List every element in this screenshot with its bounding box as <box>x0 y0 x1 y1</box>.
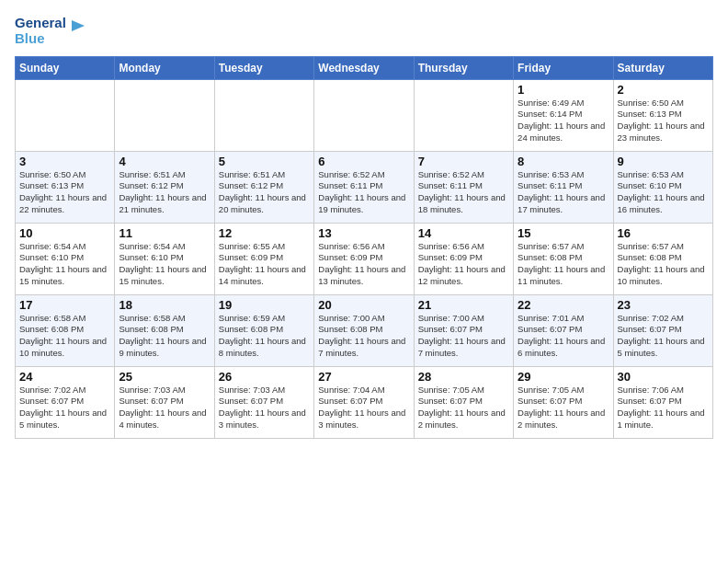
day-info: Sunrise: 6:56 AM Sunset: 6:09 PM Dayligh… <box>418 241 509 288</box>
calendar-cell: 27Sunrise: 7:04 AM Sunset: 6:07 PM Dayli… <box>314 366 414 438</box>
day-number: 3 <box>19 155 110 168</box>
day-info: Sunrise: 6:50 AM Sunset: 6:13 PM Dayligh… <box>618 98 709 144</box>
day-info: Sunrise: 7:00 AM Sunset: 6:07 PM Dayligh… <box>418 313 509 360</box>
day-info: Sunrise: 6:58 AM Sunset: 6:08 PM Dayligh… <box>19 313 110 360</box>
calendar-cell: 16Sunrise: 6:57 AM Sunset: 6:08 PM Dayli… <box>613 223 712 294</box>
day-info: Sunrise: 6:53 AM Sunset: 6:11 PM Dayligh… <box>518 169 609 216</box>
day-number: 7 <box>418 155 509 168</box>
calendar-cell: 4Sunrise: 6:51 AM Sunset: 6:12 PM Daylig… <box>115 151 214 223</box>
svg-marker-0 <box>72 20 85 31</box>
day-info: Sunrise: 7:06 AM Sunset: 6:07 PM Dayligh… <box>618 385 709 431</box>
calendar-body: 1Sunrise: 6:49 AM Sunset: 6:14 PM Daylig… <box>16 79 713 438</box>
logo: General Blue <box>15 15 88 47</box>
calendar-cell: 10Sunrise: 6:54 AM Sunset: 6:10 PM Dayli… <box>16 223 115 294</box>
calendar-cell: 19Sunrise: 6:59 AM Sunset: 6:08 PM Dayli… <box>214 294 313 366</box>
calendar-header: SundayMondayTuesdayWednesdayThursdayFrid… <box>16 56 713 79</box>
header: General Blue <box>15 15 713 47</box>
day-info: Sunrise: 7:01 AM Sunset: 6:07 PM Dayligh… <box>518 313 609 360</box>
day-number: 23 <box>618 298 709 312</box>
calendar-cell: 7Sunrise: 6:52 AM Sunset: 6:11 PM Daylig… <box>414 151 513 223</box>
day-number: 30 <box>618 370 709 384</box>
day-number: 6 <box>318 155 409 168</box>
calendar-cell: 30Sunrise: 7:06 AM Sunset: 6:07 PM Dayli… <box>613 366 712 438</box>
day-number: 10 <box>19 226 110 240</box>
day-number: 26 <box>219 370 310 384</box>
calendar-cell: 24Sunrise: 7:02 AM Sunset: 6:07 PM Dayli… <box>16 366 115 438</box>
day-number: 27 <box>318 370 409 384</box>
day-number: 2 <box>618 83 709 97</box>
logo-general: General <box>15 15 66 30</box>
day-info: Sunrise: 7:04 AM Sunset: 6:07 PM Dayligh… <box>318 385 409 431</box>
day-number: 5 <box>219 155 310 168</box>
weekday-header: Friday <box>514 56 613 79</box>
calendar-week-row: 3Sunrise: 6:50 AM Sunset: 6:13 PM Daylig… <box>16 151 713 223</box>
weekday-header: Sunday <box>16 56 115 79</box>
day-number: 4 <box>119 155 210 168</box>
day-info: Sunrise: 6:57 AM Sunset: 6:08 PM Dayligh… <box>518 241 609 288</box>
day-info: Sunrise: 6:51 AM Sunset: 6:12 PM Dayligh… <box>219 169 310 216</box>
calendar-cell <box>16 79 115 151</box>
calendar-cell: 28Sunrise: 7:05 AM Sunset: 6:07 PM Dayli… <box>414 366 513 438</box>
weekday-header: Saturday <box>613 56 712 79</box>
calendar-cell: 5Sunrise: 6:51 AM Sunset: 6:12 PM Daylig… <box>214 151 313 223</box>
calendar-week-row: 1Sunrise: 6:49 AM Sunset: 6:14 PM Daylig… <box>16 79 713 151</box>
calendar-cell: 17Sunrise: 6:58 AM Sunset: 6:08 PM Dayli… <box>16 294 115 366</box>
calendar-cell: 2Sunrise: 6:50 AM Sunset: 6:13 PM Daylig… <box>613 79 712 151</box>
day-info: Sunrise: 7:05 AM Sunset: 6:07 PM Dayligh… <box>518 385 609 431</box>
weekday-header: Monday <box>115 56 214 79</box>
day-info: Sunrise: 6:54 AM Sunset: 6:10 PM Dayligh… <box>19 241 110 288</box>
day-info: Sunrise: 6:54 AM Sunset: 6:10 PM Dayligh… <box>119 241 210 288</box>
weekday-header: Wednesday <box>314 56 414 79</box>
day-info: Sunrise: 7:05 AM Sunset: 6:07 PM Dayligh… <box>418 385 509 431</box>
page: General Blue SundayMondayTuesdayWednesda… <box>0 0 728 448</box>
day-number: 22 <box>518 298 609 312</box>
calendar-cell: 20Sunrise: 7:00 AM Sunset: 6:08 PM Dayli… <box>314 294 414 366</box>
day-info: Sunrise: 7:00 AM Sunset: 6:08 PM Dayligh… <box>318 313 409 360</box>
calendar-table: SundayMondayTuesdayWednesdayThursdayFrid… <box>15 56 713 439</box>
day-number: 1 <box>518 83 609 97</box>
day-info: Sunrise: 7:02 AM Sunset: 6:07 PM Dayligh… <box>618 313 709 360</box>
day-info: Sunrise: 7:03 AM Sunset: 6:07 PM Dayligh… <box>219 385 310 431</box>
day-number: 9 <box>618 155 709 168</box>
calendar-cell: 11Sunrise: 6:54 AM Sunset: 6:10 PM Dayli… <box>115 223 214 294</box>
day-info: Sunrise: 6:50 AM Sunset: 6:13 PM Dayligh… <box>19 169 110 216</box>
day-info: Sunrise: 6:55 AM Sunset: 6:09 PM Dayligh… <box>219 241 310 288</box>
calendar-cell <box>314 79 414 151</box>
day-number: 12 <box>219 226 310 240</box>
day-number: 19 <box>219 298 310 312</box>
calendar-week-row: 24Sunrise: 7:02 AM Sunset: 6:07 PM Dayli… <box>16 366 713 438</box>
calendar-cell <box>214 79 313 151</box>
day-info: Sunrise: 6:57 AM Sunset: 6:08 PM Dayligh… <box>618 241 709 288</box>
calendar-cell: 29Sunrise: 7:05 AM Sunset: 6:07 PM Dayli… <box>514 366 613 438</box>
day-info: Sunrise: 6:52 AM Sunset: 6:11 PM Dayligh… <box>318 169 409 216</box>
day-number: 16 <box>618 226 709 240</box>
weekday-header: Tuesday <box>214 56 313 79</box>
day-info: Sunrise: 6:59 AM Sunset: 6:08 PM Dayligh… <box>219 313 310 360</box>
day-info: Sunrise: 6:56 AM Sunset: 6:09 PM Dayligh… <box>318 241 409 288</box>
day-number: 14 <box>418 226 509 240</box>
weekday-header-row: SundayMondayTuesdayWednesdayThursdayFrid… <box>16 56 713 79</box>
day-info: Sunrise: 6:51 AM Sunset: 6:12 PM Dayligh… <box>119 169 210 216</box>
calendar-cell: 25Sunrise: 7:03 AM Sunset: 6:07 PM Dayli… <box>115 366 214 438</box>
calendar-cell: 14Sunrise: 6:56 AM Sunset: 6:09 PM Dayli… <box>414 223 513 294</box>
day-number: 17 <box>19 298 110 312</box>
calendar-cell: 6Sunrise: 6:52 AM Sunset: 6:11 PM Daylig… <box>314 151 414 223</box>
calendar-cell <box>414 79 513 151</box>
day-number: 25 <box>119 370 210 384</box>
calendar-week-row: 17Sunrise: 6:58 AM Sunset: 6:08 PM Dayli… <box>16 294 713 366</box>
logo-flag-icon <box>68 18 88 39</box>
day-number: 21 <box>418 298 509 312</box>
calendar-cell: 3Sunrise: 6:50 AM Sunset: 6:13 PM Daylig… <box>16 151 115 223</box>
calendar-cell: 12Sunrise: 6:55 AM Sunset: 6:09 PM Dayli… <box>214 223 313 294</box>
day-info: Sunrise: 7:02 AM Sunset: 6:07 PM Dayligh… <box>19 385 110 431</box>
calendar-cell: 23Sunrise: 7:02 AM Sunset: 6:07 PM Dayli… <box>613 294 712 366</box>
day-info: Sunrise: 6:49 AM Sunset: 6:14 PM Dayligh… <box>518 98 609 144</box>
day-info: Sunrise: 6:53 AM Sunset: 6:10 PM Dayligh… <box>618 169 709 216</box>
day-number: 13 <box>318 226 409 240</box>
calendar-cell: 22Sunrise: 7:01 AM Sunset: 6:07 PM Dayli… <box>514 294 613 366</box>
calendar-cell: 26Sunrise: 7:03 AM Sunset: 6:07 PM Dayli… <box>214 366 313 438</box>
calendar-cell: 13Sunrise: 6:56 AM Sunset: 6:09 PM Dayli… <box>314 223 414 294</box>
calendar-week-row: 10Sunrise: 6:54 AM Sunset: 6:10 PM Dayli… <box>16 223 713 294</box>
logo-blue: Blue <box>15 30 66 46</box>
day-info: Sunrise: 7:03 AM Sunset: 6:07 PM Dayligh… <box>119 385 210 431</box>
